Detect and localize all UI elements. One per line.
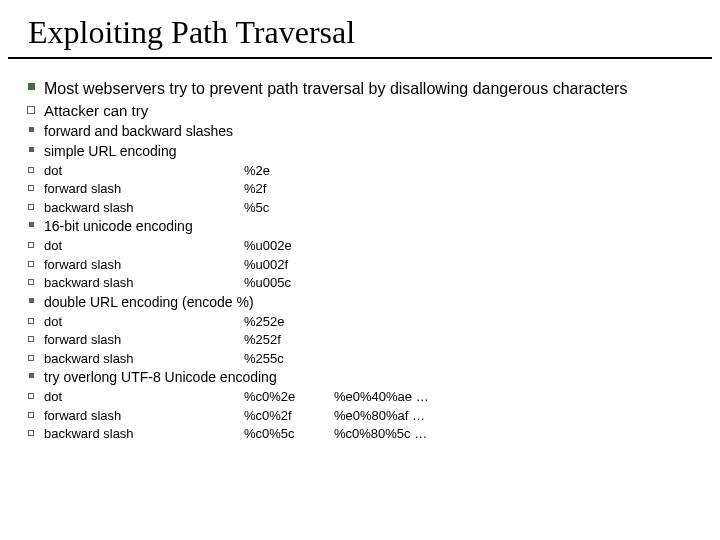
char-name: dot <box>44 313 244 331</box>
char-code: %c0%2e <box>244 388 334 406</box>
char-name: backward slash <box>44 274 244 292</box>
square-outline-icon <box>24 101 38 114</box>
square-tiny-outline-icon <box>24 407 38 418</box>
method-label: try overlong UTF-8 Unicode encoding <box>38 368 696 387</box>
square-tiny-outline-icon <box>24 237 38 248</box>
square-icon <box>24 78 38 90</box>
method-label: double URL encoding (encode %) <box>38 293 696 312</box>
char-name: forward slash <box>44 407 244 425</box>
char-name: dot <box>44 162 244 180</box>
method-row: simple URL encoding <box>24 142 696 161</box>
char-code: %u002e <box>244 237 334 255</box>
char-name: forward slash <box>44 180 244 198</box>
char-code: %252e <box>244 313 334 331</box>
slide-body: Most webservers try to prevent path trav… <box>0 59 720 454</box>
method-row: try overlong UTF-8 Unicode encoding <box>24 368 696 387</box>
char-name: dot <box>44 388 244 406</box>
square-small-icon <box>24 293 38 303</box>
char-code: %2e <box>244 162 334 180</box>
char-alt: %e0%40%ae … <box>334 388 696 406</box>
char-code: %5c <box>244 199 334 217</box>
encoding-row: backward slash%u005c <box>24 274 696 292</box>
method-label: simple URL encoding <box>38 142 696 161</box>
method-row: forward and backward slashes <box>24 122 696 141</box>
square-small-icon <box>24 368 38 378</box>
encoding-row: dot%2e <box>24 162 696 180</box>
main-text: Most webservers try to prevent path trav… <box>38 78 696 100</box>
square-small-icon <box>24 122 38 132</box>
char-code: %c0%5c <box>244 425 334 443</box>
encoding-row: backward slash%c0%5c%c0%80%5c … <box>24 425 696 443</box>
char-name: forward slash <box>44 256 244 274</box>
square-tiny-outline-icon <box>24 180 38 191</box>
method-label: 16-bit unicode encoding <box>38 217 696 236</box>
encoding-row: dot%u002e <box>24 237 696 255</box>
square-small-icon <box>24 142 38 152</box>
char-code: %252f <box>244 331 334 349</box>
char-name: dot <box>44 237 244 255</box>
encoding-row: forward slash%c0%2f%e0%80%af … <box>24 407 696 425</box>
char-name: backward slash <box>44 350 244 368</box>
encoding-row: forward slash%252f <box>24 331 696 349</box>
char-name: backward slash <box>44 425 244 443</box>
square-tiny-outline-icon <box>24 331 38 342</box>
char-code: %u005c <box>244 274 334 292</box>
encoding-row: backward slash%255c <box>24 350 696 368</box>
square-tiny-outline-icon <box>24 425 38 436</box>
encoding-row: forward slash%2f <box>24 180 696 198</box>
square-tiny-outline-icon <box>24 350 38 361</box>
method-row: double URL encoding (encode %) <box>24 293 696 312</box>
char-code: %2f <box>244 180 334 198</box>
bullet-subhead: Attacker can try <box>24 101 696 121</box>
char-alt: %e0%80%af … <box>334 407 696 425</box>
slide-title: Exploiting Path Traversal <box>8 0 712 59</box>
encoding-row: backward slash%5c <box>24 199 696 217</box>
encoding-row: dot%c0%2e%e0%40%ae … <box>24 388 696 406</box>
char-name: forward slash <box>44 331 244 349</box>
square-tiny-outline-icon <box>24 162 38 173</box>
square-tiny-outline-icon <box>24 274 38 285</box>
square-tiny-outline-icon <box>24 199 38 210</box>
square-small-icon <box>24 217 38 227</box>
char-code: %u002f <box>244 256 334 274</box>
char-code: %255c <box>244 350 334 368</box>
method-row: 16-bit unicode encoding <box>24 217 696 236</box>
encoding-row: forward slash%u002f <box>24 256 696 274</box>
method-label: forward and backward slashes <box>38 122 696 141</box>
square-tiny-outline-icon <box>24 313 38 324</box>
square-tiny-outline-icon <box>24 256 38 267</box>
char-alt: %c0%80%5c … <box>334 425 696 443</box>
square-tiny-outline-icon <box>24 388 38 399</box>
char-code: %c0%2f <box>244 407 334 425</box>
char-name: backward slash <box>44 199 244 217</box>
subhead-text: Attacker can try <box>38 101 696 121</box>
bullet-main: Most webservers try to prevent path trav… <box>24 78 696 100</box>
encoding-row: dot%252e <box>24 313 696 331</box>
